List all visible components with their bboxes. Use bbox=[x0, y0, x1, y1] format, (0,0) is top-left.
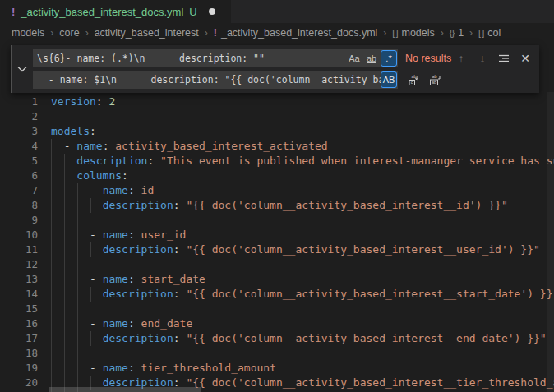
find-status: No results bbox=[405, 53, 451, 64]
line-number: 14 bbox=[0, 287, 38, 302]
find-replace-widget: \s{6}- name: (.*)\n description: "" Aa a… bbox=[11, 45, 539, 93]
symbol-array-icon: [ ] bbox=[478, 28, 483, 38]
svg-text:c: c bbox=[411, 80, 413, 85]
breadcrumb-separator: › bbox=[383, 27, 386, 39]
breadcrumb-item[interactable]: _activity_based_interest_docs.yml bbox=[221, 27, 377, 39]
code-line-content: models: bbox=[38, 124, 96, 139]
yaml-exclamation-icon: ! bbox=[214, 27, 217, 39]
line-number: 2 bbox=[0, 109, 38, 124]
code-line[interactable]: 8 description: "{{ doc('column__activity… bbox=[0, 198, 554, 213]
find-input[interactable]: \s{6}- name: (.*)\n description: "" Aa a… bbox=[33, 49, 398, 67]
code-line[interactable]: 2 bbox=[0, 109, 554, 124]
line-number: 15 bbox=[0, 302, 38, 316]
replace-input[interactable]: - name: $1\n description: "{{ doc('colum… bbox=[33, 71, 398, 89]
selection-lines-icon bbox=[498, 53, 510, 63]
code-line-content: description: "{{ doc('column__activity_b… bbox=[38, 198, 508, 213]
modified-dot-icon[interactable] bbox=[209, 8, 215, 15]
symbol-array-icon: [ ] bbox=[392, 28, 397, 38]
replace-button[interactable]: ab c bbox=[406, 71, 422, 88]
git-untracked-badge: U bbox=[189, 6, 196, 18]
code-line-content: - name: end_date bbox=[38, 316, 192, 331]
line-number: 12 bbox=[0, 257, 38, 272]
breadcrumb-item[interactable]: 1 bbox=[458, 27, 464, 39]
line-number: 11 bbox=[0, 242, 38, 257]
replace-all-icon: ab ab bbox=[429, 73, 442, 86]
line-number: 3 bbox=[0, 124, 38, 139]
code-line-content: - name: user_id bbox=[38, 228, 186, 242]
code-line-content: - name: tier_threshold_amount bbox=[38, 361, 276, 376]
breadcrumb-separator: › bbox=[441, 27, 444, 39]
code-line[interactable]: 13 - name: start_date bbox=[0, 272, 554, 287]
code-area[interactable]: 1version: 223models:4 - name: activity_b… bbox=[0, 95, 554, 390]
previous-match-button[interactable]: ↑ bbox=[453, 50, 469, 67]
code-line-content: - name: activity_based_interest_activate… bbox=[38, 139, 328, 154]
breadcrumb-item[interactable]: models bbox=[402, 27, 435, 39]
code-line[interactable]: 9 bbox=[0, 213, 554, 228]
code-line-content bbox=[38, 109, 51, 124]
svg-text:ab: ab bbox=[432, 74, 437, 79]
code-line[interactable]: 16 - name: end_date bbox=[0, 316, 554, 331]
line-number: 6 bbox=[0, 168, 38, 183]
whole-word-button[interactable]: ab bbox=[363, 50, 380, 67]
replace-all-button[interactable]: ab ab bbox=[427, 71, 444, 88]
code-line-content: - name: id bbox=[38, 183, 154, 198]
tab-active-file[interactable]: ! _activity_based_interest_docs.yml U bbox=[0, 0, 231, 23]
line-number: 8 bbox=[0, 198, 38, 213]
code-line[interactable]: 11 description: "{{ doc('column__activit… bbox=[0, 242, 554, 257]
code-line[interactable]: 18 bbox=[0, 346, 554, 361]
tab-filename: _activity_based_interest_docs.yml bbox=[21, 6, 183, 18]
code-line[interactable]: 14 description: "{{ doc('column__activit… bbox=[0, 287, 554, 302]
code-line[interactable]: 3models: bbox=[0, 124, 554, 139]
regex-button[interactable]: .* bbox=[381, 50, 397, 67]
line-number: 9 bbox=[0, 213, 38, 228]
breadcrumb-separator: › bbox=[205, 27, 208, 39]
horizontal-scrollbar[interactable] bbox=[49, 387, 201, 392]
tab-bar: ! _activity_based_interest_docs.yml U bbox=[0, 0, 554, 23]
line-number: 1 bbox=[0, 95, 38, 109]
code-line-content bbox=[38, 213, 51, 228]
line-number: 19 bbox=[0, 361, 38, 376]
code-line[interactable]: 12 bbox=[0, 257, 554, 272]
breadcrumb-item[interactable]: models bbox=[12, 27, 44, 39]
find-input-value[interactable]: \s{6}- name: (.*)\n description: "" bbox=[33, 53, 346, 64]
breadcrumb-item[interactable]: col bbox=[487, 27, 501, 39]
chevron-down-icon bbox=[17, 66, 27, 72]
editor-pane[interactable]: 1version: 223models:4 - name: activity_b… bbox=[0, 43, 554, 392]
line-number: 7 bbox=[0, 183, 38, 198]
svg-text:ab: ab bbox=[412, 74, 417, 79]
svg-text:ab: ab bbox=[432, 80, 436, 85]
code-line[interactable]: 4 - name: activity_based_interest_activa… bbox=[0, 139, 554, 154]
line-number: 18 bbox=[0, 346, 38, 361]
code-line[interactable]: 6 columns: bbox=[0, 168, 554, 183]
code-line[interactable]: 17 description: "{{ doc('column__activit… bbox=[0, 331, 554, 346]
breadcrumb-separator: › bbox=[85, 27, 89, 39]
code-line[interactable]: 15 bbox=[0, 302, 554, 316]
next-match-button[interactable]: ↓ bbox=[474, 50, 491, 67]
find-in-selection-button[interactable] bbox=[496, 50, 512, 67]
line-number: 16 bbox=[0, 316, 38, 331]
match-case-button[interactable]: Aa bbox=[346, 50, 362, 67]
symbol-object-icon: {} bbox=[450, 28, 454, 38]
breadcrumb-item[interactable]: activity_based_interest bbox=[95, 27, 199, 39]
code-line[interactable]: 7 - name: id bbox=[0, 183, 554, 198]
preserve-case-button[interactable]: AB bbox=[381, 71, 397, 88]
breadcrumb-separator: › bbox=[50, 27, 53, 39]
code-line[interactable]: 19 - name: tier_threshold_amount bbox=[0, 361, 554, 376]
line-number: 17 bbox=[0, 331, 38, 346]
line-number: 20 bbox=[0, 376, 38, 390]
code-line-content bbox=[38, 346, 51, 361]
code-line-content: columns: bbox=[38, 168, 128, 183]
toggle-replace-button[interactable] bbox=[12, 45, 33, 93]
code-line-content: - name: start_date bbox=[38, 272, 205, 287]
code-line-content bbox=[38, 257, 51, 272]
line-number: 4 bbox=[0, 139, 38, 154]
code-line-content: description: "This event is published wh… bbox=[38, 154, 554, 168]
vertical-scrollbar[interactable] bbox=[547, 92, 554, 392]
close-find-button[interactable]: ✕ bbox=[517, 50, 533, 67]
code-line[interactable]: 5 description: "This event is published … bbox=[0, 154, 554, 168]
breadcrumb-item[interactable]: core bbox=[59, 27, 79, 39]
code-line[interactable]: 10 - name: user_id bbox=[0, 228, 554, 242]
code-line[interactable]: 1version: 2 bbox=[0, 95, 554, 109]
code-line-content: version: 2 bbox=[38, 95, 115, 109]
replace-input-value[interactable]: - name: $1\n description: "{{ doc('colum… bbox=[33, 74, 381, 85]
